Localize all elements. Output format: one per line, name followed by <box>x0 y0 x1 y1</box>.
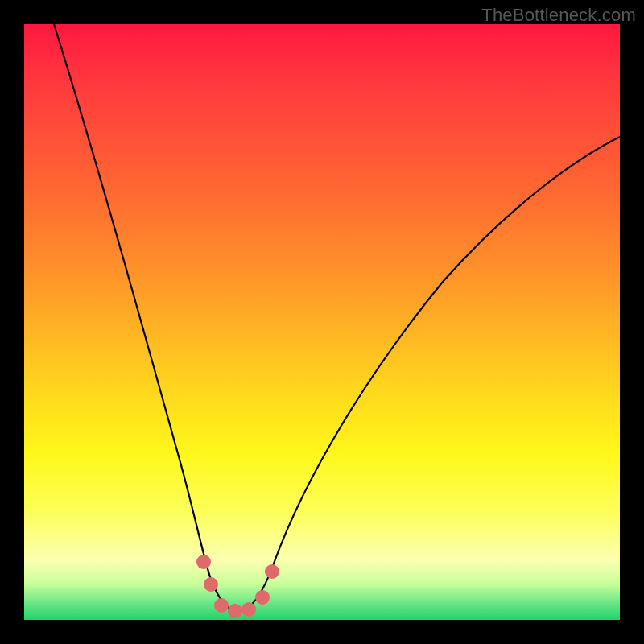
watermark-text: TheBottleneck.com <box>481 5 636 26</box>
plot-area <box>24 24 620 620</box>
svg-point-2 <box>214 598 229 613</box>
bottleneck-curve-path <box>54 24 620 612</box>
svg-point-4 <box>242 602 256 617</box>
bottleneck-curve-svg <box>24 24 620 620</box>
svg-point-1 <box>204 577 218 592</box>
svg-point-0 <box>196 555 211 569</box>
outer-black-frame: TheBottleneck.com <box>0 0 644 644</box>
svg-point-3 <box>228 604 242 618</box>
svg-point-5 <box>255 590 270 605</box>
trough-marker-dots <box>196 555 279 618</box>
svg-point-6 <box>265 564 279 579</box>
